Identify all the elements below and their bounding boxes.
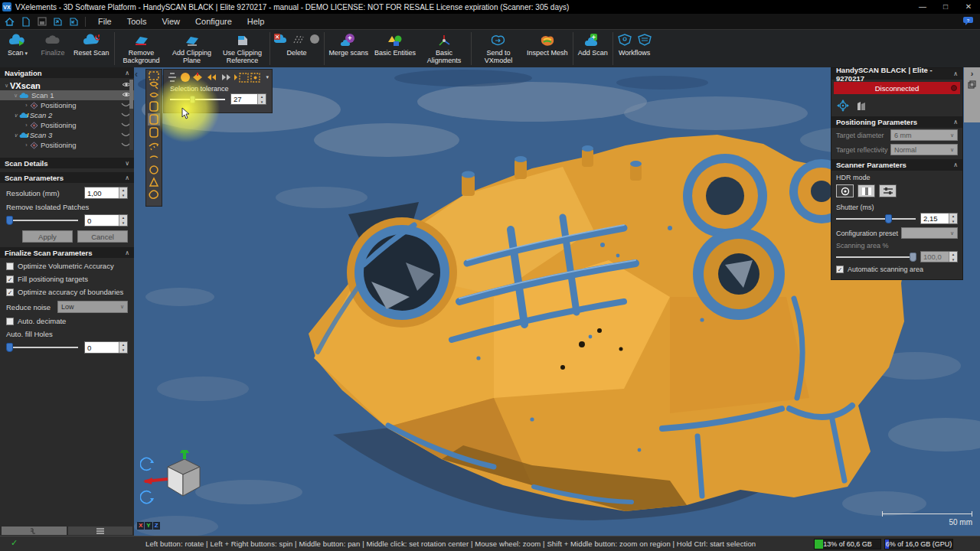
workflow-model-icon[interactable] xyxy=(636,32,653,49)
tree-item-scan1-positioning[interactable]: › Positioning xyxy=(0,100,134,110)
fill-holes-input[interactable] xyxy=(85,342,119,353)
home-icon[interactable] xyxy=(3,16,16,28)
target-reflectivity-dropdown[interactable]: Normal ∨ xyxy=(890,144,958,155)
send-to-vxmodel-button[interactable]: Send to VXmodel xyxy=(473,30,524,67)
scan-details-expand-icon[interactable]: ∨ xyxy=(125,160,129,167)
target-diameter-dropdown[interactable]: 6 mm ∨ xyxy=(890,129,958,141)
close-button[interactable]: ✕ xyxy=(957,0,980,14)
minimize-button[interactable]: — xyxy=(911,0,934,14)
apply-button[interactable]: Apply xyxy=(22,230,73,243)
expander-icon[interactable]: ∨ xyxy=(12,93,19,99)
scanner-collapse-icon[interactable]: ∧ xyxy=(953,161,958,168)
patches-slider-thumb[interactable] xyxy=(6,216,13,225)
scan-dropdown-icon[interactable]: ▾ xyxy=(25,51,28,56)
shutter-slider-thumb[interactable] xyxy=(885,214,892,223)
shutter-spinbox[interactable]: ▴▾ xyxy=(920,213,958,224)
add-clipping-plane-button[interactable]: Add Clipping Plane xyxy=(167,30,217,67)
auto-decimate-row[interactable]: Auto. decimate xyxy=(6,317,128,325)
menu-help[interactable]: Help xyxy=(240,14,273,29)
spinner-arrows-icon[interactable]: ▴▾ xyxy=(949,252,957,262)
scan-details-header[interactable]: Scan Details ∨ xyxy=(0,158,134,168)
selection-tolerance-slider[interactable] xyxy=(170,95,225,104)
tolerance-slider-thumb[interactable] xyxy=(190,96,195,103)
menu-configure[interactable]: Configure xyxy=(188,14,240,29)
reduce-noise-dropdown[interactable]: Low ∨ xyxy=(57,301,128,313)
spinner-arrows-icon[interactable]: ▴▾ xyxy=(949,214,957,223)
tree-item-scan3-positioning[interactable]: › Positioning xyxy=(0,140,134,150)
scanning-area-slider[interactable] xyxy=(836,252,916,262)
tree-item-scan3[interactable]: ∨ ! Scan 3 xyxy=(0,130,134,140)
new-document-icon[interactable] xyxy=(19,16,32,28)
basic-alignments-button[interactable]: Basic Alignments xyxy=(419,30,469,67)
checkbox-checked[interactable]: ✓ xyxy=(6,289,14,296)
scanning-area-slider-thumb[interactable] xyxy=(910,253,916,262)
selection-dropdown-icon[interactable]: ▾ xyxy=(266,74,269,80)
add-scan-button[interactable]: + Add Scan xyxy=(575,30,611,67)
resolution-input[interactable] xyxy=(85,187,119,198)
tree-item-scan2-positioning[interactable]: › Positioning xyxy=(0,120,134,130)
menu-file[interactable]: File xyxy=(90,14,119,29)
tree-scrollbar[interactable] xyxy=(129,80,133,150)
save-icon[interactable] xyxy=(35,16,48,28)
scan-parameters-header[interactable]: Scan Parameters ∧ xyxy=(0,172,134,183)
patches-input[interactable] xyxy=(85,215,119,226)
hdr-mode-stripes-button[interactable] xyxy=(858,184,875,197)
expander-icon[interactable]: ∨ xyxy=(12,132,19,139)
navigation-header[interactable]: Navigation ∧ xyxy=(0,67,134,78)
delete-spikes-icon[interactable] xyxy=(292,32,305,49)
list-view-button[interactable] xyxy=(68,527,133,535)
reset-scan-button[interactable]: ↺ Reset Scan xyxy=(70,30,113,67)
tree-item-scan2[interactable]: ∨ ! Scan 2 xyxy=(0,110,134,120)
fill-holes-slider-thumb[interactable] xyxy=(6,343,13,352)
menu-view[interactable]: View xyxy=(154,14,188,29)
delete-selection-icon[interactable]: ✕ xyxy=(273,32,289,49)
inspect-mesh-button[interactable]: Inspect Mesh xyxy=(524,30,571,67)
spinner-arrows-icon[interactable]: ▴▾ xyxy=(119,215,127,226)
positioning-collapse-icon[interactable]: ∧ xyxy=(953,119,958,126)
menu-tools[interactable]: Tools xyxy=(119,14,155,29)
expander-icon[interactable]: › xyxy=(23,122,30,128)
merge-scans-button[interactable]: + Merge scans xyxy=(326,30,372,67)
use-clipping-reference-button[interactable]: Use Clipping Reference xyxy=(217,30,268,67)
navigation-collapse-icon[interactable]: ∧ xyxy=(125,70,129,77)
checkbox-checked[interactable]: ✓ xyxy=(836,266,844,273)
scan-parameters-collapse-icon[interactable]: ∧ xyxy=(125,174,129,181)
tolerance-input[interactable] xyxy=(231,94,257,104)
save-session-icon[interactable] xyxy=(67,16,80,28)
positioning-parameters-header[interactable]: Positioning Parameters ∧ xyxy=(831,116,962,128)
pin-panel-icon[interactable] xyxy=(968,80,976,89)
device-collapse-icon[interactable]: ∧ xyxy=(953,70,958,77)
expander-icon[interactable]: › xyxy=(23,103,30,108)
basic-entities-button[interactable]: Basic Entities xyxy=(371,30,419,67)
positioning-targets-icon[interactable] xyxy=(836,99,850,112)
checkbox-unchecked[interactable] xyxy=(6,262,14,270)
configuration-preset-dropdown[interactable]: ∨ xyxy=(901,227,958,239)
expander-icon[interactable]: › xyxy=(23,142,30,148)
resolution-spinbox[interactable]: ▴▾ xyxy=(84,187,128,199)
shutter-slider[interactable] xyxy=(836,214,916,224)
fill-holes-slider[interactable] xyxy=(6,342,78,353)
cancel-button[interactable]: Cancel xyxy=(77,230,128,243)
tree-view-button[interactable] xyxy=(2,527,67,535)
tolerance-spinbox[interactable]: ▴▾ xyxy=(230,93,266,105)
optimize-boundaries-row[interactable]: ✓ Optimize accuracy of boundaries xyxy=(6,288,128,296)
device-header[interactable]: HandySCAN BLACK | Elite - 9270217 ∧ xyxy=(831,68,962,80)
scanner-parameters-header[interactable]: Scanner Parameters ∧ xyxy=(831,159,962,171)
tree-item-vxscan[interactable]: ∨ VXscan xyxy=(0,80,134,90)
expander-icon[interactable]: ∨ xyxy=(12,112,19,119)
checkbox-checked[interactable]: ✓ xyxy=(6,276,14,283)
fill-holes-spinbox[interactable]: ▴▾ xyxy=(84,341,128,354)
feedback-chat-icon[interactable]: ? xyxy=(962,16,974,27)
checkbox-unchecked[interactable] xyxy=(6,318,14,325)
surface-preview-icon[interactable] xyxy=(856,100,868,112)
spinner-arrows-icon[interactable]: ▴▾ xyxy=(119,187,127,198)
delete-isolated-icon[interactable] xyxy=(309,33,321,48)
automatic-scanning-area-row[interactable]: ✓ Automatic scanning area xyxy=(831,264,962,275)
workflow-scan-icon[interactable] xyxy=(616,32,633,49)
finalize-parameters-collapse-icon[interactable]: ∧ xyxy=(125,249,129,256)
hdr-mode-off-button[interactable] xyxy=(836,184,854,197)
patches-slider[interactable] xyxy=(6,215,78,226)
spinner-arrows-icon[interactable]: ▴▾ xyxy=(257,94,266,104)
orientation-cube[interactable] xyxy=(140,450,211,517)
finalize-button[interactable]: Finalize xyxy=(35,30,70,67)
